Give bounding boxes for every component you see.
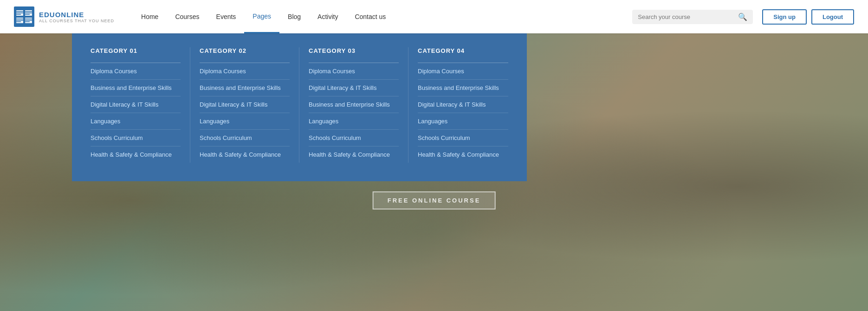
svg-rect-7 [25,13,32,13]
svg-rect-14 [25,19,32,19]
cat1-item-6[interactable]: Health & Safety & Compliance [91,146,181,163]
cat1-item-4[interactable]: Languages [91,113,181,130]
cat3-item-2[interactable]: Digital Literacy & IT Skills [309,80,399,96]
logo[interactable]: EDUONLINE ALL COURSES THAT YOU NEED [14,6,114,27]
main-nav: Home Courses Events Pages Blog Activity … [133,0,632,33]
cat4-item-4[interactable]: Languages [418,113,508,130]
nav-pages[interactable]: Pages [244,0,279,33]
cat1-title: CATEGORY 01 [91,47,181,54]
svg-rect-3 [16,13,23,13]
search-input[interactable] [638,13,738,20]
mega-col-3: CATEGORY 03 Diploma Courses Digital Lite… [299,47,408,163]
search-area: 🔍 [632,10,753,24]
site-header: EDUONLINE ALL COURSES THAT YOU NEED Home… [0,0,868,33]
svg-rect-16 [25,21,30,22]
cat2-item-2[interactable]: Business and Enterprise Skills [200,80,290,96]
signup-button[interactable]: Sign up [762,9,807,25]
logo-tagline: ALL COURSES THAT YOU NEED [39,19,114,23]
logo-text: EDUONLINE ALL COURSES THAT YOU NEED [39,11,114,23]
nav-contact[interactable]: Contact us [346,0,394,33]
svg-rect-6 [25,11,32,12]
svg-rect-11 [16,20,23,21]
course-badge: FREE ONLINE COURSE [373,191,496,209]
svg-rect-10 [16,19,23,19]
cat2-item-1[interactable]: Diploma Courses [200,63,290,80]
cat2-item-5[interactable]: Schools Curriculum [200,130,290,146]
cat4-title: CATEGORY 04 [418,47,508,54]
cat2-item-6[interactable]: Health & Safety & Compliance [200,146,290,163]
cat2-item-3[interactable]: Digital Literacy & IT Skills [200,96,290,113]
svg-rect-0 [14,6,34,27]
svg-rect-2 [16,11,23,12]
hero-section: CATEGORY 01 Diploma Courses Business and… [0,33,868,311]
svg-rect-4 [16,14,21,15]
cat3-item-5[interactable]: Schools Curriculum [309,130,399,146]
cat3-item-1[interactable]: Diploma Courses [309,63,399,80]
search-button[interactable]: 🔍 [738,13,747,21]
logout-button[interactable]: Logout [811,9,854,25]
nav-blog[interactable]: Blog [279,0,309,33]
mega-col-2: CATEGORY 02 Diploma Courses Business and… [190,47,299,163]
svg-rect-12 [16,21,21,22]
mega-col-1: CATEGORY 01 Diploma Courses Business and… [81,47,190,163]
logo-name: EDUONLINE [39,11,114,19]
mega-col-4: CATEGORY 04 Diploma Courses Business and… [408,47,518,163]
cat3-item-3[interactable]: Business and Enterprise Skills [309,96,399,113]
nav-courses[interactable]: Courses [167,0,207,33]
cat4-item-1[interactable]: Diploma Courses [418,63,508,80]
cat3-item-6[interactable]: Health & Safety & Compliance [309,146,399,163]
nav-home[interactable]: Home [133,0,167,33]
cat3-item-4[interactable]: Languages [309,113,399,130]
nav-events[interactable]: Events [208,0,245,33]
svg-rect-15 [25,20,32,21]
cat1-item-3[interactable]: Digital Literacy & IT Skills [91,96,181,113]
mega-menu-grid: CATEGORY 01 Diploma Courses Business and… [81,47,518,163]
cat2-title: CATEGORY 02 [200,47,290,54]
cat4-item-5[interactable]: Schools Curriculum [418,130,508,146]
logo-icon [14,6,34,27]
mega-menu: CATEGORY 01 Diploma Courses Business and… [72,33,527,181]
cat1-item-2[interactable]: Business and Enterprise Skills [91,80,181,96]
cat1-item-5[interactable]: Schools Curriculum [91,130,181,146]
cat2-item-4[interactable]: Languages [200,113,290,130]
svg-rect-8 [25,14,30,15]
cat4-item-2[interactable]: Business and Enterprise Skills [418,80,508,96]
cat1-item-1[interactable]: Diploma Courses [91,63,181,80]
cat3-title: CATEGORY 03 [309,47,399,54]
nav-activity[interactable]: Activity [309,0,346,33]
cat4-item-6[interactable]: Health & Safety & Compliance [418,146,508,163]
auth-buttons: Sign up Logout [762,9,854,25]
cat4-item-3[interactable]: Digital Literacy & IT Skills [418,96,508,113]
